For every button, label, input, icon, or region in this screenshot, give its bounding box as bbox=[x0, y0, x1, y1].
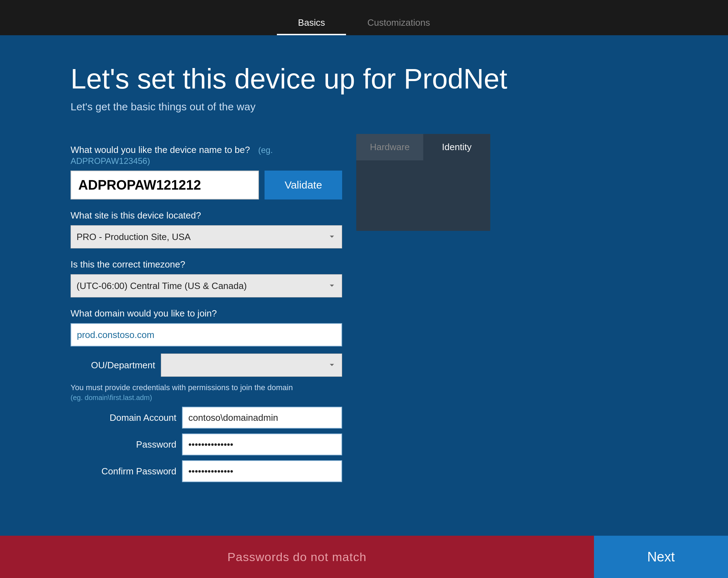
bottom-bar: Passwords do not match Next bbox=[0, 536, 728, 578]
domain-input[interactable] bbox=[71, 323, 342, 346]
device-name-label: What would you like the device name to b… bbox=[71, 144, 342, 166]
form-area: What would you like the device name to b… bbox=[71, 134, 657, 487]
domain-account-input[interactable] bbox=[182, 407, 342, 429]
top-navigation: Basics Customizations bbox=[0, 0, 728, 35]
domain-account-label: Domain Account bbox=[71, 412, 176, 423]
panel-tabs: Hardware Identity bbox=[356, 134, 490, 160]
tab-hardware[interactable]: Hardware bbox=[356, 134, 423, 160]
device-name-row: Validate bbox=[71, 171, 342, 199]
ou-select[interactable] bbox=[161, 353, 342, 377]
ou-label: OU/Department bbox=[71, 360, 155, 371]
domain-account-row: Domain Account bbox=[71, 407, 342, 429]
site-label: What site is this device located? bbox=[71, 210, 342, 221]
tab-customizations-label: Customizations bbox=[367, 17, 430, 28]
form-left: What would you like the device name to b… bbox=[71, 134, 342, 487]
password-input[interactable] bbox=[182, 434, 342, 455]
error-message: Passwords do not match bbox=[228, 550, 366, 564]
credentials-note: You must provide credentials with permis… bbox=[71, 383, 342, 392]
next-button[interactable]: Next bbox=[594, 536, 728, 578]
page-title: Let's set this device up for ProdNet bbox=[71, 63, 657, 94]
ou-row: OU/Department bbox=[71, 353, 342, 377]
confirm-password-input[interactable] bbox=[182, 460, 342, 482]
hardware-tab-label: Hardware bbox=[370, 142, 410, 152]
validate-button[interactable]: Validate bbox=[265, 171, 342, 199]
device-name-input[interactable] bbox=[71, 171, 259, 199]
tab-basics[interactable]: Basics bbox=[277, 13, 346, 35]
site-select[interactable]: PRO - Production Site, USA bbox=[71, 225, 342, 248]
identity-tab-label: Identity bbox=[442, 142, 472, 152]
timezone-label: Is this the correct timezone? bbox=[71, 259, 342, 270]
tab-customizations[interactable]: Customizations bbox=[346, 13, 451, 35]
domain-label: What domain would you like to join? bbox=[71, 308, 342, 319]
confirm-password-label: Confirm Password bbox=[71, 466, 176, 477]
password-label: Password bbox=[71, 439, 176, 450]
password-row: Password bbox=[71, 434, 342, 455]
tab-identity[interactable]: Identity bbox=[423, 134, 490, 160]
form-right: Hardware Identity bbox=[356, 134, 490, 231]
panel-content bbox=[356, 160, 490, 231]
credentials-example: (eg. domain\first.last.adm) bbox=[71, 394, 342, 402]
confirm-password-row: Confirm Password bbox=[71, 460, 342, 482]
right-panel: Hardware Identity bbox=[356, 134, 490, 231]
timezone-select[interactable]: (UTC-06:00) Central Time (US & Canada) bbox=[71, 274, 342, 297]
tab-basics-label: Basics bbox=[298, 17, 325, 28]
error-banner: Passwords do not match bbox=[0, 536, 594, 578]
page-subtitle: Let's get the basic things out of the wa… bbox=[71, 101, 657, 113]
main-content: Let's set this device up for ProdNet Let… bbox=[0, 35, 728, 578]
